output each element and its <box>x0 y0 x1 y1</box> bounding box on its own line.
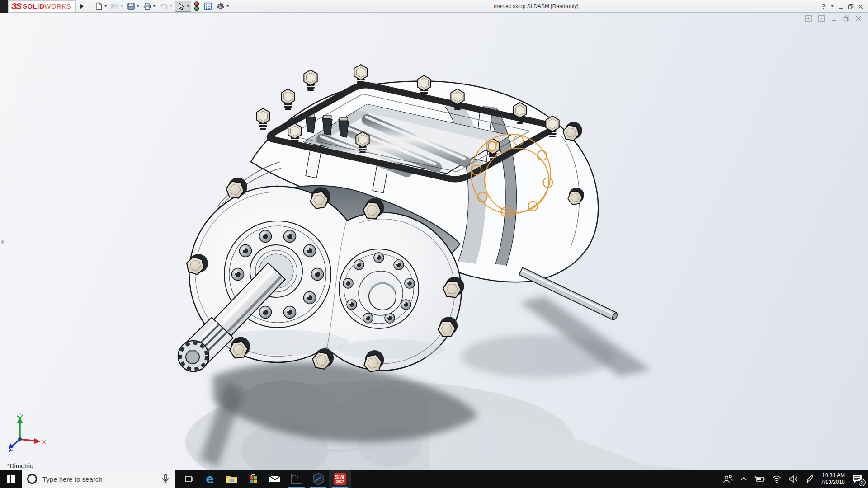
start-button[interactable] <box>0 470 22 488</box>
document-window-bar <box>805 15 862 22</box>
hexagon-app-button[interactable] <box>307 470 329 488</box>
microphone-icon[interactable] <box>162 474 169 484</box>
taskbar-apps: e C:\_ SW 2017 <box>177 470 351 488</box>
people-icon <box>722 474 733 483</box>
doc-restore-button[interactable] <box>843 15 849 22</box>
minimize-icon <box>838 4 844 9</box>
options-button[interactable] <box>215 1 231 12</box>
windows-logo-icon <box>7 475 15 483</box>
app-corner <box>0 0 8 13</box>
command-prompt-icon: C:\_ <box>291 474 302 484</box>
save-icon <box>127 2 135 10</box>
windows-taskbar: e C:\_ SW 2017 <box>0 470 868 488</box>
z-axis-tick-icon <box>9 449 13 453</box>
undo-icon <box>159 2 168 10</box>
orientation-triad: Y X <box>6 413 56 455</box>
system-tray: 10:31 AM 7/13/2018 2 <box>722 470 868 488</box>
save-button[interactable] <box>126 1 141 12</box>
mail-icon <box>269 474 281 483</box>
print-icon <box>143 2 151 10</box>
doc-restore-icon <box>843 15 849 22</box>
notification-badge: 2 <box>859 479 866 486</box>
solidworks-logo-glyph: ЗS <box>11 1 21 11</box>
select-tool-button[interactable] <box>175 1 191 12</box>
command-prompt-button[interactable]: C:\_ <box>286 470 307 488</box>
solidworks-app-button[interactable]: SW 2017 <box>329 470 351 488</box>
mail-button[interactable] <box>264 470 286 488</box>
doc-minimize-icon <box>831 15 837 22</box>
input-shaft[interactable] <box>519 267 618 320</box>
restore-button[interactable] <box>848 4 854 9</box>
pen-icon <box>805 474 814 483</box>
new-document-icon <box>95 2 103 10</box>
graphics-viewport[interactable]: Y X *Dimetric <box>0 13 868 470</box>
new-document-button[interactable] <box>94 1 108 12</box>
pane-left-button[interactable] <box>805 15 812 22</box>
display-settings-icon <box>203 2 212 11</box>
volume-button[interactable] <box>788 475 798 483</box>
gearbox-assembly-model[interactable] <box>0 13 868 470</box>
solidworks-logo: ЗS SOLID WORKS <box>8 0 76 12</box>
rebuild-traffic-light-icon <box>193 1 200 11</box>
undo-button[interactable] <box>158 1 174 12</box>
display-settings-button[interactable] <box>202 1 214 12</box>
select-cursor-icon <box>176 2 185 11</box>
doc-minimize-button[interactable] <box>831 15 837 22</box>
windows-ink-button[interactable] <box>805 474 814 483</box>
open-button[interactable] <box>109 1 125 12</box>
help-caret-icon[interactable] <box>831 5 834 7</box>
people-button[interactable] <box>722 474 733 483</box>
power-button[interactable] <box>754 475 765 483</box>
file-explorer-button[interactable] <box>221 470 242 488</box>
edge-button[interactable]: e <box>199 470 221 488</box>
edge-icon: e <box>206 473 214 485</box>
doc-close-button[interactable] <box>855 15 862 22</box>
help-button[interactable]: ? <box>821 3 826 10</box>
clock-date: 7/13/2018 <box>821 479 845 486</box>
titlebar: ЗS SOLID WORKS menjac sklop.SLDASM [Read… <box>0 0 868 13</box>
battery-plug-icon <box>754 475 765 483</box>
tray-expand-button[interactable] <box>740 477 747 481</box>
minimize-button[interactable] <box>838 4 844 9</box>
view-orientation-label: *Dimetric <box>7 462 33 469</box>
open-icon <box>111 2 119 10</box>
rebuild-button[interactable] <box>192 1 201 12</box>
task-view-button[interactable] <box>177 470 199 488</box>
task-view-icon <box>183 474 193 483</box>
close-icon <box>858 4 863 9</box>
pane-left-icon <box>805 15 812 22</box>
print-button[interactable] <box>142 1 157 12</box>
network-button[interactable] <box>772 475 782 483</box>
search-input[interactable] <box>42 475 156 483</box>
close-button[interactable] <box>858 4 863 9</box>
pane-right-button[interactable] <box>818 15 825 22</box>
hexagon-app-icon <box>312 473 324 485</box>
clock-time: 10:31 AM <box>821 472 845 479</box>
action-center-button[interactable]: 2 <box>852 474 863 484</box>
window-title: menjac sklop.SLDASM [Read-only] <box>494 3 578 9</box>
triad-y-label: Y <box>19 413 22 416</box>
pane-right-icon <box>818 15 825 22</box>
restore-icon <box>848 4 854 9</box>
store-button[interactable] <box>242 470 264 488</box>
file-explorer-icon <box>226 474 237 484</box>
store-icon <box>248 474 259 484</box>
triad-x-label: X <box>42 439 46 445</box>
doc-close-icon <box>855 15 862 22</box>
chevron-up-icon <box>740 477 747 481</box>
taskbar-search[interactable] <box>22 470 175 488</box>
menu-flyout-arrow-icon[interactable] <box>80 4 84 9</box>
cortana-icon[interactable] <box>27 474 37 484</box>
solidworks-app-icon: SW 2017 <box>334 473 346 485</box>
wifi-icon <box>772 475 782 483</box>
right-bearing-flange[interactable] <box>339 249 419 328</box>
speaker-icon <box>788 475 798 483</box>
taskbar-clock[interactable]: 10:31 AM 7/13/2018 <box>821 472 845 486</box>
toolbar-separator <box>90 1 90 11</box>
options-gear-icon <box>216 2 225 11</box>
